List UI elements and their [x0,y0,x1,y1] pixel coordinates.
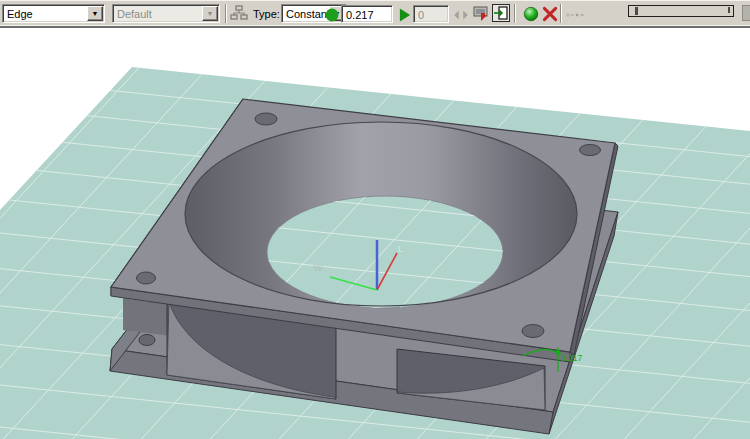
radius-value-input[interactable] [341,5,393,23]
play-icon [572,14,574,17]
edge-select-value: Edge [7,8,33,20]
animation-slider[interactable] [628,5,734,17]
record-icon [567,14,570,17]
chevron-down-icon[interactable]: ▼ [87,6,103,21]
type-label: Type: [253,8,280,20]
axis-label-h: H [379,211,386,221]
green-confirm-sphere[interactable] [522,5,540,23]
double-arrow-icon [452,6,470,24]
stop-icon [576,14,578,16]
playback-controls [566,6,584,24]
chevron-down-icon: ▼ [202,6,218,21]
corner-hole [522,325,544,338]
annotation-value: 0.217 [561,353,583,363]
preset-combo: Default ▼ [112,4,220,23]
clipped-toolbar-icon [742,5,750,21]
separator [560,4,562,23]
bottom-plate-hole [139,335,155,346]
green-play-arrow [396,6,414,24]
3d-viewport[interactable]: H L W 0.217 [0,28,750,439]
slider-handle[interactable] [635,7,638,15]
toolbar: Edge ▼ Default ▼ Type: Constant ▼ [0,0,750,25]
secondary-value-input [413,5,449,23]
axis-label-w: W [314,263,323,273]
suppress-display-icon[interactable] [472,4,490,22]
corner-hole [580,145,601,156]
slider-end-tick [728,7,730,13]
exit-box-icon[interactable] [492,4,510,22]
preset-value: Default [117,8,152,20]
red-cancel-x[interactable] [541,5,559,23]
green-start-dot [323,6,341,24]
axis-label-l: L [398,244,403,254]
edge-select-combo[interactable]: Edge ▼ [2,4,105,23]
reference-tree-icon[interactable] [230,4,248,22]
viewport-canvas: H L W 0.217 [0,28,750,439]
corner-hole [255,113,277,125]
separator [514,4,516,23]
corner-hole [137,272,156,284]
rewind-icon [580,14,583,17]
separator [225,4,227,23]
